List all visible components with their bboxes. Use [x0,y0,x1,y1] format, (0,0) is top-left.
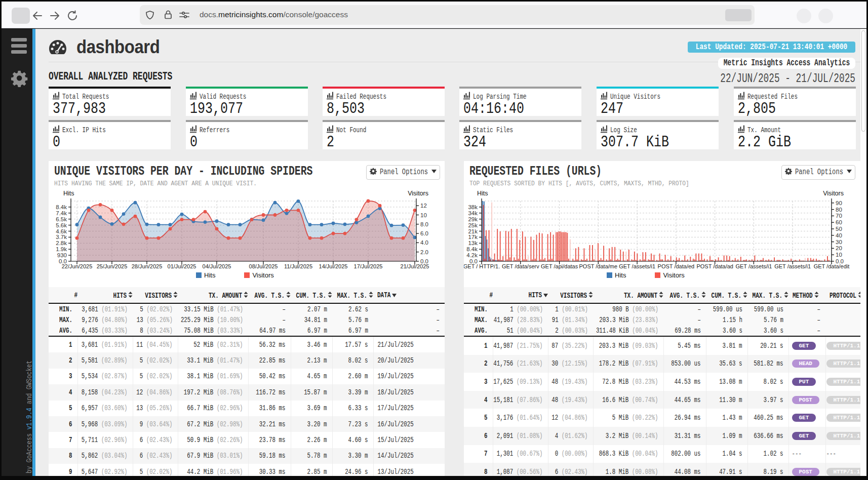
svg-text:38k: 38k [468,204,478,210]
svg-text:GET /data/edit: GET /data/edit [814,263,850,269]
svg-text:8.4k: 8.4k [466,246,478,252]
svg-text:8.4k: 8.4k [56,204,67,210]
svg-text:80: 80 [836,207,842,213]
svg-text:GET /assets/i1: GET /assets/i1 [619,263,655,269]
svg-text:Visitors: Visitors [408,190,428,197]
svg-text:5.6k: 5.6k [56,222,67,228]
svg-text:30: 30 [836,239,842,245]
svg-text:25/Jun/2025: 25/Jun/2025 [97,263,128,269]
svg-text:10: 10 [836,252,842,258]
svg-text:2.8k: 2.8k [56,240,67,246]
svg-text:Visitors: Visitors [823,190,844,197]
svg-text:50: 50 [836,226,842,232]
svg-text:17k: 17k [468,234,478,240]
svg-text:70: 70 [836,213,842,219]
svg-text:7.4k: 7.4k [56,210,67,216]
svg-text:6.0: 6.0 [420,230,428,236]
svg-text:01/Jul/2025: 01/Jul/2025 [168,263,196,269]
svg-text:10: 10 [420,212,427,218]
svg-text:34k: 34k [468,210,478,216]
svg-text:GET /data/serv: GET /data/serv [502,263,539,269]
svg-text:6.5k: 6.5k [56,216,67,222]
svg-text:2.0: 2.0 [420,249,428,255]
svg-text:4.6k: 4.6k [56,228,67,234]
svg-text:90: 90 [836,200,842,206]
svg-text:POST /data/me: POST /data/me [579,263,617,269]
svg-text:14/Jul/2025: 14/Jul/2025 [319,263,348,269]
svg-text:3.7k: 3.7k [56,234,67,240]
svg-text:04/Jul/2025: 04/Jul/2025 [203,263,231,269]
svg-text:Hits: Hits [477,190,488,197]
svg-text:4.2k: 4.2k [466,252,478,258]
svg-text:20: 20 [836,245,842,251]
svg-text:25k: 25k [468,222,478,228]
svg-text:GET / HTTP/1.: GET / HTTP/1. [464,263,500,269]
svg-text:POST /data/ad: POST /data/ad [696,263,733,269]
svg-text:22/Jun/2025: 22/Jun/2025 [62,263,93,269]
svg-text:08/Jul/2025: 08/Jul/2025 [249,263,278,269]
svg-text:1.9k: 1.9k [56,246,67,252]
svg-text:930: 930 [57,252,67,258]
svg-text:13k: 13k [468,240,478,246]
svg-text:12: 12 [420,203,427,209]
svg-text:17/Jul/2025: 17/Jul/2025 [354,263,383,269]
svg-text:GET /assets/i1: GET /assets/i1 [774,263,811,269]
svg-text:21/Jul/2025: 21/Jul/2025 [401,263,429,269]
svg-text:29k: 29k [468,216,478,222]
svg-text:11/Jul/2025: 11/Jul/2025 [284,263,312,269]
svg-text:28/Jun/2025: 28/Jun/2025 [132,263,163,269]
svg-text:POST /data/ed: POST /data/ed [658,263,695,269]
svg-text:8.0: 8.0 [420,221,428,227]
svg-text:21k: 21k [468,228,478,234]
svg-text:40: 40 [836,232,842,238]
svg-text:GET /api/datas: GET /api/datas [541,263,578,269]
svg-text:60: 60 [836,219,842,225]
svg-text:4.0: 4.0 [420,239,428,246]
svg-text:Hits: Hits [63,190,74,197]
svg-text:GET /assets/i1: GET /assets/i1 [735,263,772,269]
